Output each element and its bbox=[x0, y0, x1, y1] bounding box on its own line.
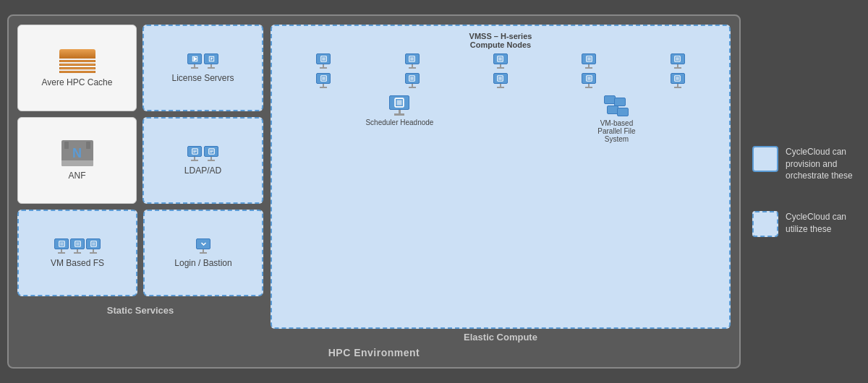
vmfs-card: VM Based FS bbox=[17, 210, 137, 296]
elastic-compute-section: VMSS – H-seriesCompute Nodes bbox=[271, 25, 731, 343]
row-3: VM Based FS Login / Bastion bbox=[17, 210, 263, 296]
login-label: Login / Bastion bbox=[174, 258, 231, 268]
legend-utilize: CycleCloud can utilize these bbox=[752, 211, 861, 237]
svg-rect-29 bbox=[676, 57, 680, 61]
compute-node bbox=[458, 53, 543, 69]
static-services-section: Avere HPC Cache bbox=[17, 25, 263, 343]
compute-node bbox=[369, 73, 454, 88]
hpc-environment-box: Avere HPC Cache bbox=[7, 14, 741, 369]
svg-rect-17 bbox=[76, 242, 80, 246]
login-icon bbox=[196, 238, 210, 254]
compute-node bbox=[458, 73, 543, 88]
legend-utilize-text: CycleCloud can utilize these bbox=[786, 211, 861, 236]
svg-rect-39 bbox=[676, 77, 680, 80]
svg-rect-31 bbox=[322, 77, 326, 80]
vmfs-label: VM Based FS bbox=[51, 258, 104, 268]
svg-rect-21 bbox=[322, 57, 326, 61]
vmfs-icon bbox=[54, 238, 101, 254]
bottom-row: Scheduler Headnode bbox=[278, 92, 723, 146]
legend-section: CycleCloud can provision and orchestrate… bbox=[752, 146, 861, 237]
legend-utilize-box bbox=[752, 211, 778, 237]
compute-node bbox=[281, 53, 366, 69]
svg-rect-27 bbox=[587, 57, 591, 61]
legend-provision-box bbox=[752, 146, 778, 172]
anf-card: N ANF bbox=[17, 117, 137, 204]
row-2: N ANF bbox=[17, 117, 263, 204]
anf-letter: N bbox=[72, 146, 82, 161]
svg-marker-0 bbox=[193, 56, 197, 61]
legend-provision: CycleCloud can provision and orchestrate… bbox=[752, 146, 861, 182]
license-icon bbox=[187, 53, 218, 69]
license-label: License Servers bbox=[171, 73, 234, 83]
pfs-icon bbox=[604, 95, 629, 116]
svg-rect-41 bbox=[397, 100, 402, 106]
login-card: Login / Bastion bbox=[143, 210, 263, 296]
avere-label: Avere HPC Cache bbox=[42, 77, 113, 87]
svg-rect-35 bbox=[499, 77, 503, 80]
compute-node bbox=[546, 73, 631, 88]
svg-rect-23 bbox=[410, 57, 414, 61]
compute-node bbox=[635, 53, 720, 69]
compute-node bbox=[369, 53, 454, 69]
elastic-label: Elastic Compute bbox=[271, 332, 731, 343]
compute-grid-2 bbox=[278, 73, 723, 88]
static-services-label: Static Services bbox=[17, 305, 263, 316]
hpc-environment-label: HPC Environment bbox=[17, 347, 731, 358]
license-card: License Servers bbox=[142, 25, 263, 111]
anf-icon: N bbox=[61, 140, 93, 166]
avere-card: Avere HPC Cache bbox=[17, 25, 137, 111]
ldap-card: LDAP/AD bbox=[142, 117, 263, 204]
scheduler-item: Scheduler Headnode bbox=[365, 95, 433, 126]
scheduler-icon bbox=[389, 95, 409, 116]
outer-container: Avere HPC Cache bbox=[7, 7, 861, 376]
avere-icon bbox=[59, 49, 95, 73]
pfs-label: VM-basedParallel FileSystem bbox=[597, 119, 635, 143]
svg-rect-19 bbox=[92, 242, 95, 246]
ldap-label: LDAP/AD bbox=[184, 165, 221, 176]
compute-grid-1 bbox=[278, 53, 723, 69]
compute-node bbox=[546, 53, 631, 69]
compute-node bbox=[635, 73, 720, 88]
svg-rect-25 bbox=[499, 57, 503, 61]
svg-rect-15 bbox=[60, 242, 64, 246]
legend-provision-text: CycleCloud can provision and orchestrate… bbox=[786, 146, 861, 182]
row-1: Avere HPC Cache bbox=[17, 25, 263, 111]
vmss-label: VMSS – H-seriesCompute Nodes bbox=[278, 32, 723, 49]
compute-node bbox=[281, 73, 366, 88]
svg-rect-37 bbox=[587, 77, 591, 80]
elastic-inner: VMSS – H-seriesCompute Nodes bbox=[271, 25, 731, 329]
ldap-icon bbox=[187, 146, 218, 161]
scheduler-label: Scheduler Headnode bbox=[365, 119, 433, 126]
pfs-item: VM-basedParallel FileSystem bbox=[597, 95, 635, 143]
anf-label: ANF bbox=[69, 171, 86, 181]
content-row: Avere HPC Cache bbox=[17, 25, 731, 343]
svg-rect-33 bbox=[410, 77, 414, 80]
